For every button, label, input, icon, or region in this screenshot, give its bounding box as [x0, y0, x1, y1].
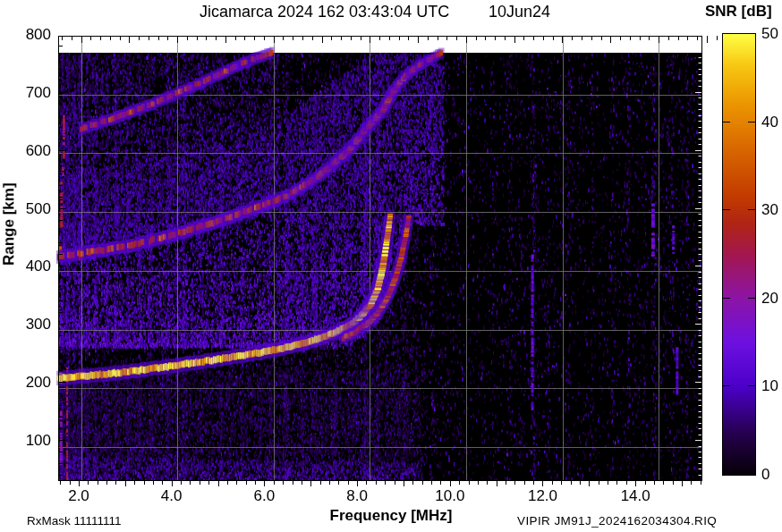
ionogram-figure: { "title": { "observatory_line": "Jicama… [0, 0, 782, 532]
colorbar-notch [748, 298, 755, 299]
colorbar-tick-label: 30 [761, 201, 778, 219]
y-tick-label: 100 [0, 432, 51, 450]
x-tick-label: 8.0 [346, 487, 368, 505]
data-file-name: VIPIR JM91J_2024162034304.RIQ [517, 514, 717, 528]
colorbar-notch [723, 298, 730, 299]
colorbar-tick-label: 10 [761, 377, 778, 395]
y-tick-label: 800 [0, 26, 51, 44]
x-axis-label: Frequency [MHz] [330, 507, 453, 525]
plot-date: 10Jun24 [489, 3, 550, 21]
colorbar-notch [748, 385, 755, 386]
y-tick-label: 300 [0, 316, 51, 334]
x-tick-label: 4.0 [161, 487, 183, 505]
colorbar-notch [723, 122, 730, 122]
x-tick-label: 2.0 [68, 487, 89, 505]
x-tick-label: 10.0 [435, 487, 464, 505]
colorbar-notch [748, 209, 755, 210]
y-tick-label: 200 [0, 374, 51, 392]
ionogram-heatmap [0, 0, 782, 532]
colorbar-tick-label: 50 [761, 25, 778, 43]
colorbar-tick-label: 20 [761, 290, 778, 308]
y-tick-label: 700 [0, 84, 51, 102]
x-tick-label: 12.0 [528, 487, 557, 505]
colorbar-notch [723, 385, 730, 386]
colorbar-notch [748, 122, 755, 122]
rx-mask-text: RxMask 11111111 [27, 514, 122, 528]
colorbar-tick-label: 0 [761, 466, 769, 484]
colorbar-gradient [722, 33, 756, 476]
x-tick-label: 6.0 [254, 487, 276, 505]
y-tick-label: 500 [0, 200, 51, 218]
x-tick-label: 14.0 [621, 487, 650, 505]
plot-title: Jicamarca 2024 162 03:43:04 UTC [200, 3, 449, 21]
colorbar-notch [723, 209, 730, 210]
y-axis-label: Range [km] [0, 182, 18, 266]
colorbar-title: SNR [dB] [705, 3, 772, 21]
colorbar-tick-label: 40 [761, 114, 778, 131]
y-tick-label: 600 [0, 142, 51, 160]
y-tick-label: 400 [0, 258, 51, 275]
